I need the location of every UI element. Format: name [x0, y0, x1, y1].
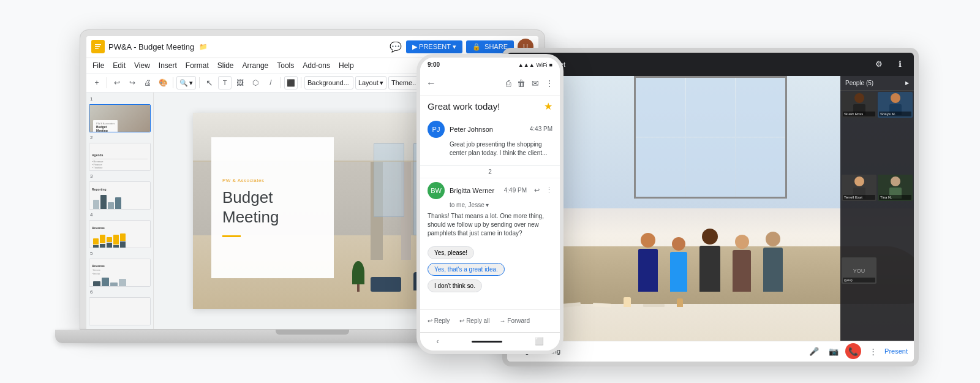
slide-num-3: 3 [89, 173, 151, 179]
menu-view[interactable]: View [130, 60, 154, 71]
meet-info-icon[interactable]: ℹ [892, 56, 908, 72]
slide-panel: 1 PW & Associates Budget Meeting [86, 93, 154, 329]
main-video-feed: People (5) ▶ Stuart Ross [507, 76, 914, 341]
sender-avatar-1: PJ [428, 121, 445, 138]
present-link[interactable]: Present [884, 347, 908, 355]
reply-all-button[interactable]: ↩ Reply all [459, 317, 489, 324]
pt-head-1 [854, 93, 864, 103]
nav-home-indicator[interactable] [472, 341, 502, 343]
mic-button[interactable]: 🎤 [806, 343, 822, 359]
undo-btn[interactable]: ↩ [110, 76, 124, 89]
phone-email-content: Great work today! ★ PJ Peter Johnson 4:4… [420, 96, 560, 309]
svg-rect-2 [95, 46, 100, 47]
nav-back-btn[interactable]: ‹ [437, 337, 439, 346]
person-3 [699, 229, 720, 292]
slide-thumb-1[interactable]: PW & Associates Budget Meeting [89, 104, 151, 132]
menu-edit[interactable]: Edit [109, 60, 129, 71]
menu-file[interactable]: File [89, 60, 108, 71]
drive-icon: 📁 [199, 43, 208, 51]
zoom-dropdown[interactable]: 🔍 ▾ [176, 76, 196, 89]
menu-tools[interactable]: Tools [273, 60, 298, 71]
reply-button[interactable]: ↩ Reply [428, 317, 450, 324]
window-pane-2 [686, 78, 735, 137]
add-btn[interactable]: + [90, 76, 104, 89]
pt-head-3 [854, 176, 864, 186]
menu-insert[interactable]: Insert [155, 60, 181, 71]
present-button[interactable]: ▶ PRESENT ▾ [406, 40, 462, 53]
slide-thumb-2[interactable]: Agenda • Revenue • Finance • Timeline [89, 143, 151, 171]
smart-replies: Yes, please! Yes, that's a great idea. I… [428, 243, 552, 297]
smart-reply-2[interactable]: Yes, that's a great idea. [428, 263, 505, 276]
svg-rect-3 [95, 48, 99, 49]
slide-num-6: 6 [89, 289, 151, 295]
nav-square-btn[interactable]: ⬜ [535, 337, 544, 346]
image-btn[interactable]: 🖼 [233, 76, 247, 89]
person-5-head [766, 232, 780, 246]
slide-content-card: PW & Associates Budget Meeting [211, 137, 334, 278]
more-icon[interactable]: ⋮ [545, 78, 554, 88]
sender-info-1: Peter Johnson [450, 126, 525, 133]
slide-heading: Budget Meeting [222, 188, 323, 226]
back-button[interactable]: ← [426, 78, 436, 89]
slide-thumb-4[interactable]: Revenue [89, 220, 151, 248]
people-name-3: Terrell East [843, 195, 875, 200]
pt-head-4 [891, 176, 900, 186]
people-header: People (5) ▶ [840, 76, 914, 91]
line-btn[interactable]: / [264, 76, 277, 89]
cursor-btn[interactable]: ↖ [203, 76, 216, 89]
person-1-head [641, 233, 655, 248]
star-icon[interactable]: ★ [544, 100, 552, 112]
forward-button[interactable]: → Forward [500, 317, 530, 324]
people-name-5: (you) [843, 278, 875, 283]
end-call-button[interactable]: 📞 [845, 343, 861, 359]
comment-icon[interactable]: 💬 [389, 40, 402, 53]
mail-icon[interactable]: ✉ [532, 78, 539, 88]
email-body-1: Great job presenting the shopping center… [428, 140, 552, 161]
person-3-head [702, 229, 718, 245]
toolbar-sep3 [199, 77, 200, 88]
person-2-head [672, 237, 685, 251]
people-grid: Stuart Ross Shaye M. [840, 91, 914, 341]
menu-arrange[interactable]: Arrange [239, 60, 273, 71]
more-icon-msg[interactable]: ⋮ [546, 186, 552, 194]
slide-num-4: 4 [89, 212, 151, 218]
people-thumb-5: YOU (you) [842, 257, 876, 284]
menu-format[interactable]: Format [182, 60, 213, 71]
background-btn[interactable]: Background... [304, 76, 353, 89]
meet-settings-icon[interactable]: ⚙ [871, 56, 887, 72]
print-btn[interactable]: 🖨 [141, 76, 154, 89]
slide-thumb-5[interactable]: Revenue • Item one • Item two [89, 259, 151, 287]
menu-slide[interactable]: Slide [214, 60, 238, 71]
redo-btn[interactable]: ↪ [126, 76, 139, 89]
delete-icon[interactable]: 🗑 [517, 78, 526, 88]
menu-help[interactable]: Help [335, 60, 358, 71]
slide-thumb-6[interactable] [89, 297, 151, 325]
person-1-body [638, 249, 658, 292]
menu-addons[interactable]: Add-ons [299, 60, 334, 71]
textbox-btn[interactable]: T [218, 76, 232, 89]
phone-nav-bar: ‹ ⬜ [420, 332, 560, 351]
people-name-4: Tina N. [879, 195, 911, 200]
phone-status-bar: 9:00 ▲▲▲ WiFi ■ [420, 58, 560, 72]
email-subject: Great work today! [428, 101, 500, 112]
email-subject-bar: Great work today! ★ [420, 96, 560, 117]
people-collapse-icon[interactable]: ▶ [905, 80, 909, 86]
slide-thumb-3[interactable]: Reporting [89, 181, 151, 210]
archive-icon[interactable]: ⎙ [506, 78, 511, 88]
paint-format-btn[interactable]: 🎨 [156, 76, 170, 89]
wifi-icon: WiFi [537, 62, 548, 68]
email-expander[interactable]: 2 [420, 165, 560, 178]
camera-button[interactable]: 📷 [826, 343, 842, 359]
shape-btn[interactable]: ⬡ [249, 76, 262, 89]
people-thumb-1: Stuart Ross [842, 92, 876, 118]
more-shapes-btn[interactable]: ⬛ [284, 76, 298, 89]
smart-reply-3[interactable]: I don't think so. [428, 279, 482, 292]
person-2-body [670, 252, 687, 292]
meet-toolbar: ☰ Google Meet ⚙ ℹ [507, 53, 914, 76]
smart-reply-1[interactable]: Yes, please! [428, 246, 474, 259]
more-options-button[interactable]: ⋮ [865, 343, 881, 359]
scene: PW&A - Budget Meeting 📁 💬 ▶ PRESENT ▾ 🔒 [61, 11, 919, 373]
phone-screen: 9:00 ▲▲▲ WiFi ■ ← ⎙ 🗑 ✉ ⋮ [417, 54, 564, 354]
layout-btn[interactable]: Layout ▾ [355, 76, 386, 89]
share-icon: 🔒 [472, 43, 481, 50]
